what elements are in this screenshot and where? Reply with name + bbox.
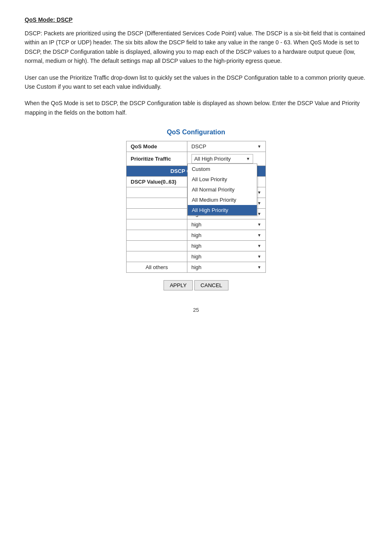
all-others-label: All others xyxy=(127,262,187,273)
dscp-row-4: high ▼ xyxy=(127,230,266,241)
priority-value-4: high xyxy=(191,232,202,238)
cancel-button[interactable]: CANCEL xyxy=(194,280,228,290)
page-number: 25 xyxy=(25,307,367,313)
dscp-row-5: high ▼ xyxy=(127,241,266,251)
qos-mode-dropdown-arrow: ▼ xyxy=(257,144,261,149)
dscp-priority-6[interactable]: high ▼ xyxy=(187,251,265,262)
dropdown-option-low[interactable]: All Low Priority xyxy=(188,174,257,184)
dscp-priority-4[interactable]: high ▼ xyxy=(187,230,265,241)
config-section-title: QoS Configuration xyxy=(25,129,367,136)
dropdown-option-high[interactable]: All High Priority xyxy=(188,205,257,215)
all-others-priority-value: high xyxy=(191,264,202,270)
dscp-value-5 xyxy=(127,241,187,251)
dscp-priority-3[interactable]: high ▼ xyxy=(187,219,265,230)
qos-config-table: QoS Mode DSCP ▼ Prioritize Traffic All H… xyxy=(126,141,266,273)
prioritize-label: Prioritize Traffic xyxy=(127,152,187,166)
dscp-row-3: high ▼ xyxy=(127,219,266,230)
priority-arrow-0: ▼ xyxy=(257,190,261,195)
qos-mode-label: QoS Mode xyxy=(127,141,187,152)
dscp-value-2 xyxy=(127,209,187,219)
button-row: APPLY CANCEL xyxy=(25,280,367,290)
priority-arrow-5: ▼ xyxy=(257,244,261,248)
priority-arrow-1: ▼ xyxy=(257,201,261,205)
dropdown-option-medium[interactable]: All Medium Priority xyxy=(188,195,257,205)
dscp-priority-5[interactable]: high ▼ xyxy=(187,241,265,251)
col1-header: DSCP Value(0..63) xyxy=(127,177,187,187)
qos-mode-value: DSCP xyxy=(191,143,206,150)
prioritize-dropdown-arrow: ▼ xyxy=(246,157,250,161)
paragraph1: DSCP: Packets are prioritized using the … xyxy=(25,29,367,66)
prioritize-row: Prioritize Traffic All High Priority ▼ C… xyxy=(127,152,266,166)
all-others-priority-arrow: ▼ xyxy=(257,265,261,269)
section-title: QoS Mode: DSCP xyxy=(25,16,367,23)
prioritize-dropdown-expanded[interactable]: Custom All Low Priority All Normal Prior… xyxy=(187,164,257,216)
dscp-value-1 xyxy=(127,198,187,209)
priority-value-5: high xyxy=(191,243,202,249)
qos-mode-dropdown[interactable]: DSCP ▼ xyxy=(187,141,265,152)
prioritize-dropdown[interactable]: All High Priority ▼ Custom All Low Prior… xyxy=(187,152,265,166)
paragraph3: When the QoS Mode is set to DSCP, the DS… xyxy=(25,99,367,117)
all-others-row: All others high ▼ xyxy=(127,262,266,273)
dscp-value-4 xyxy=(127,230,187,241)
priority-arrow-3: ▼ xyxy=(257,222,261,227)
dscp-value-3 xyxy=(127,219,187,230)
qos-mode-row: QoS Mode DSCP ▼ xyxy=(127,141,266,152)
dropdown-option-normal[interactable]: All Normal Priority xyxy=(188,184,257,195)
priority-arrow-6: ▼ xyxy=(257,254,261,259)
priority-value-6: high xyxy=(191,253,202,260)
dropdown-option-custom[interactable]: Custom xyxy=(188,164,257,174)
priority-arrow-2: ▼ xyxy=(257,212,261,216)
priority-value-3: high xyxy=(191,221,202,228)
dscp-row-6: high ▼ xyxy=(127,251,266,262)
dscp-value-0 xyxy=(127,187,187,198)
prioritize-value: All High Priority xyxy=(194,156,231,162)
apply-button[interactable]: APPLY xyxy=(164,280,193,290)
paragraph2: User can use the Prioritize Traffic drop… xyxy=(25,73,367,92)
dscp-value-6 xyxy=(127,251,187,262)
priority-arrow-4: ▼ xyxy=(257,233,261,237)
all-others-priority[interactable]: high ▼ xyxy=(187,262,265,273)
